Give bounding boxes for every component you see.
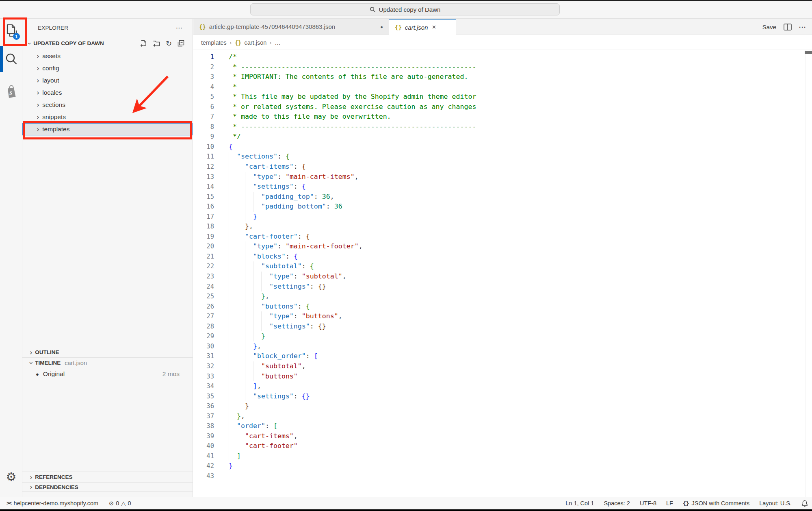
sidebar-item-assets[interactable]: ›assets (22, 50, 193, 62)
breadcrumb-file[interactable]: cart.json (245, 39, 267, 46)
code-line-10[interactable]: 10{ (193, 142, 812, 152)
editor-more-actions[interactable]: ··· (799, 24, 806, 30)
keyboard-layout[interactable]: Layout: U.S. (759, 500, 792, 507)
code-line-13[interactable]: 13 "type": "main-cart-items", (193, 172, 812, 182)
workspace-section-header[interactable]: › UPDATED COPY OF DAWN ↻ (22, 37, 193, 50)
tab-article-template-json[interactable]: {} article.gp-template-45709464409473086… (193, 19, 389, 35)
encoding-setting[interactable]: UTF-8 (640, 500, 656, 507)
bell-icon[interactable] (801, 500, 808, 507)
code-line-39[interactable]: 39 "cart-items", (193, 431, 812, 441)
indent-guide (237, 261, 237, 272)
code-line-3[interactable]: 3 * IMPORTANT: The contents of this file… (193, 72, 812, 82)
outline-section-header[interactable]: › OUTLINE (22, 347, 193, 357)
search-activity-button[interactable] (0, 49, 22, 69)
timeline-section-header[interactable]: › TIMELINE cart.json (22, 357, 193, 368)
code-line-43[interactable]: 43 (193, 471, 812, 481)
collapse-all-icon[interactable] (177, 40, 184, 47)
command-center-search[interactable]: Updated copy of Dawn (250, 3, 560, 15)
code-line-22[interactable]: 22 "subtotal": { (193, 261, 812, 272)
code-line-11[interactable]: 11 "sections": { (193, 152, 812, 162)
problems-indicator[interactable]: ⊘ 0 △ 0 (109, 500, 131, 507)
split-editor-icon[interactable] (784, 24, 792, 30)
line-content: { (229, 142, 233, 152)
code-line-42[interactable]: 42} (193, 461, 812, 471)
code-line-31[interactable]: 31 "block_order": [ (193, 351, 812, 361)
code-line-14[interactable]: 14 "settings": { (193, 182, 812, 192)
code-line-15[interactable]: 15 "padding_top": 36, (193, 192, 812, 202)
code-line-36[interactable]: 36 } (193, 401, 812, 411)
settings-gear-button[interactable]: ⚙ (0, 467, 22, 487)
line-content: "buttons": { (229, 302, 310, 312)
line-number: 2 (193, 62, 214, 72)
breadcrumb-symbol[interactable]: … (275, 39, 281, 46)
code-line-35[interactable]: 35 "settings": {} (193, 391, 812, 402)
references-section-header[interactable]: › REFERENCES (22, 472, 193, 482)
indent-guide (253, 331, 253, 341)
code-line-6[interactable]: 6 * or related systems. Please exercise … (193, 102, 812, 112)
code-line-41[interactable]: 41 ] (193, 451, 812, 461)
code-line-17[interactable]: 17 } (193, 212, 812, 222)
timeline-entry-original[interactable]: ● Original 2 mos (22, 368, 193, 380)
code-line-32[interactable]: 32 "subtotal", (193, 361, 812, 372)
window-bottom-edge (0, 509, 812, 511)
code-line-27[interactable]: 27 "type": "buttons", (193, 311, 812, 322)
code-line-38[interactable]: 38 "order": [ (193, 421, 812, 431)
code-line-1[interactable]: 1/* (193, 52, 812, 62)
modified-dot-icon[interactable]: ● (380, 24, 383, 29)
code-line-23[interactable]: 23 "type": "subtotal", (193, 272, 812, 282)
code-line-30[interactable]: 30 }, (193, 341, 812, 352)
code-line-25[interactable]: 25 }, (193, 291, 812, 302)
sidebar-item-locales[interactable]: ›locales (22, 87, 193, 99)
new-file-icon[interactable] (140, 40, 147, 47)
save-button[interactable]: Save (762, 24, 776, 30)
sidebar-item-templates[interactable]: ›templates (22, 123, 193, 135)
code-line-29[interactable]: 29 } (193, 331, 812, 341)
code-editor[interactable]: 1/*2 * ---------------------------------… (193, 50, 812, 497)
code-line-18[interactable]: 18 }, (193, 222, 812, 232)
dependencies-section-header[interactable]: › DEPENDENCIES (22, 482, 193, 492)
indent-guide (253, 361, 253, 372)
code-line-5[interactable]: 5 * This file may be updated by the Shop… (193, 92, 812, 102)
code-line-7[interactable]: 7 * made to this file may be overwritten… (193, 112, 812, 122)
code-line-37[interactable]: 37 }, (193, 411, 812, 422)
shopify-activity-button[interactable]: S (0, 82, 22, 102)
indent-guide (237, 431, 237, 441)
code-line-2[interactable]: 2 * ------------------------------------… (193, 62, 812, 72)
code-line-20[interactable]: 20 "type": "main-cart-footer", (193, 241, 812, 252)
tab-cart-json[interactable]: {} cart.json × (389, 19, 456, 35)
indentation-setting[interactable]: Spaces: 2 (604, 500, 630, 507)
code-line-24[interactable]: 24 "settings": {} (193, 282, 812, 292)
sidebar-item-snippets[interactable]: ›snippets (22, 111, 193, 123)
sidebar-item-sections[interactable]: ›sections (22, 99, 193, 111)
new-folder-icon[interactable] (153, 40, 160, 47)
code-line-9[interactable]: 9 */ (193, 132, 812, 142)
explorer-activity-button[interactable]: 1 (0, 21, 22, 41)
refresh-icon[interactable]: ↻ (166, 40, 172, 47)
code-line-21[interactable]: 21 "blocks": { (193, 252, 812, 262)
eol-setting[interactable]: LF (666, 500, 673, 507)
indent-guide (245, 182, 245, 192)
indent-guide (229, 351, 229, 361)
code-line-12[interactable]: 12 "cart-items": { (193, 162, 812, 172)
code-line-40[interactable]: 40 "cart-footer" (193, 441, 812, 451)
code-line-28[interactable]: 28 "settings": {} (193, 322, 812, 332)
sidebar-item-layout[interactable]: ›layout (22, 74, 193, 87)
scrollbar-thumb[interactable] (805, 51, 812, 54)
language-mode[interactable]: {} JSON with Comments (683, 500, 749, 507)
close-icon[interactable]: × (432, 23, 436, 31)
cursor-position[interactable]: Ln 1, Col 1 (565, 500, 594, 507)
code-line-33[interactable]: 33 "buttons" (193, 372, 812, 382)
remote-host-indicator[interactable]: >< helpcenter-demo.myshopify.com (6, 500, 98, 507)
chevron-right-icon: › (30, 483, 32, 491)
code-line-26[interactable]: 26 "buttons": { (193, 302, 812, 312)
indent-guide (245, 261, 245, 272)
code-line-19[interactable]: 19 "cart-footer": { (193, 232, 812, 242)
code-line-8[interactable]: 8 * ------------------------------------… (193, 122, 812, 132)
breadcrumb-folder[interactable]: templates (201, 39, 227, 46)
explorer-more-actions[interactable]: ··· (176, 25, 183, 31)
code-line-4[interactable]: 4 * (193, 82, 812, 92)
sidebar-item-config[interactable]: ›config (22, 62, 193, 74)
line-content: * made to this file may be overwritten. (229, 112, 391, 122)
code-line-34[interactable]: 34 ], (193, 381, 812, 391)
code-line-16[interactable]: 16 "padding_bottom": 36 (193, 202, 812, 212)
